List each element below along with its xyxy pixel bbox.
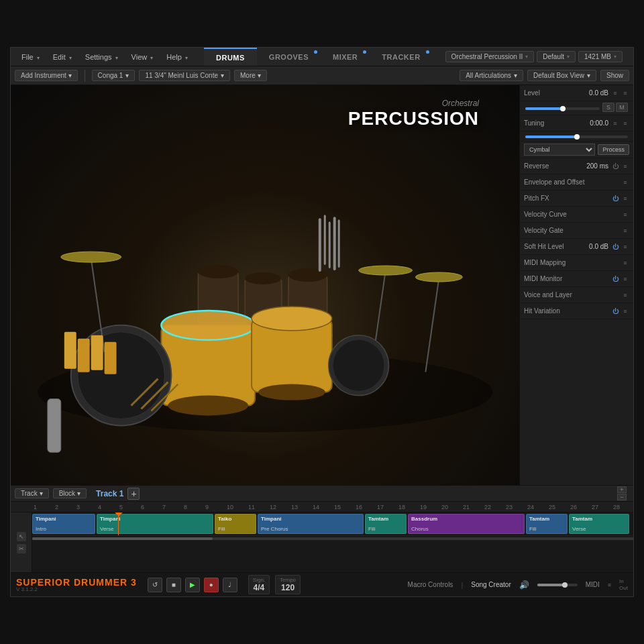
reverse-eq[interactable]: ≡	[621, 162, 629, 170]
ruler-13: 13	[290, 504, 311, 511]
vel-curve-eq[interactable]: ≡	[621, 211, 629, 219]
record-btn[interactable]: ●	[204, 578, 219, 592]
svg-point-16	[78, 332, 165, 419]
menu-bar: File ▾ Edit ▾ Settings ▾ View ▾ Help ▾ D…	[11, 48, 633, 66]
ruler-28: 28	[612, 504, 633, 511]
track-dropdown[interactable]: Track ▾	[15, 488, 49, 498]
envelope-eq[interactable]: ≡	[621, 178, 629, 186]
block-dropdown[interactable]: Block ▾	[53, 488, 87, 498]
reverse-power[interactable]: ⏻	[611, 162, 619, 170]
menu-settings[interactable]: Settings ▾	[80, 51, 123, 63]
velocity-curve-row: Velocity Curve ≡	[520, 207, 633, 223]
tuning-slider[interactable]	[525, 136, 628, 138]
signature-value[interactable]: 4/4	[253, 583, 265, 592]
ruler-12: 12	[268, 504, 290, 511]
tab-tracker[interactable]: TRACKER	[370, 48, 432, 66]
midi-eq[interactable]: ≡	[608, 582, 611, 588]
voice-eq[interactable]: ≡	[621, 291, 629, 299]
playhead[interactable]	[118, 513, 119, 535]
block-timpani-verse[interactable]: Timpani Verse	[97, 514, 213, 534]
add-track-button[interactable]: +	[127, 488, 140, 500]
block-taiko-fill[interactable]: Taiko Fill	[215, 514, 256, 534]
volume-slider[interactable]	[537, 584, 578, 586]
tuning-eq-icon[interactable]: ≡	[611, 119, 619, 127]
ruler-22: 22	[483, 504, 504, 511]
scissors-tool[interactable]: ✂	[17, 544, 26, 553]
track-timeline: Timpani Intro Timpani Verse Taiko Fill	[32, 513, 633, 572]
timeline-scrollbar[interactable]	[32, 537, 633, 540]
loop-btn[interactable]: ↺	[148, 578, 162, 592]
play-btn[interactable]: ▶	[185, 578, 200, 592]
process-button[interactable]: Process	[598, 144, 629, 155]
pitchfx-label: Pitch FX	[524, 195, 611, 202]
hit-var-power[interactable]: ⏻	[611, 307, 619, 315]
soft-hit-power[interactable]: ⏻	[611, 243, 619, 251]
metronome-btn[interactable]: ♩	[223, 578, 237, 592]
solo-btn[interactable]: S	[602, 103, 614, 112]
block-tamtam-fill1[interactable]: Tamtam Fill	[365, 514, 407, 534]
menu-edit[interactable]: Edit ▾	[48, 51, 77, 63]
view-dropdown[interactable]: Default Box View ▾	[527, 70, 596, 81]
menu-file[interactable]: File ▾	[16, 51, 45, 63]
block-bassdrum-chorus[interactable]: Bassdrum Chorus	[408, 514, 525, 534]
drum-kit-illustration	[11, 85, 519, 485]
vel-gate-eq[interactable]: ≡	[621, 227, 629, 235]
level-row: Level 0.0 dB ≡ ≡	[520, 85, 633, 101]
default-dropdown[interactable]: Default ▾	[537, 51, 576, 62]
level-slider[interactable]	[525, 107, 600, 110]
ruler-19: 19	[419, 504, 440, 511]
add-instrument-btn[interactable]: Add Instrument ▾	[15, 70, 78, 81]
soft-hit-value: 0.0 dB	[589, 243, 608, 250]
ruler-26: 26	[569, 504, 590, 511]
menu-view[interactable]: View ▾	[126, 51, 159, 63]
track-lanes: ↖ ✂ Timpani Intro	[11, 513, 633, 572]
select-tool[interactable]: ↖	[17, 532, 26, 541]
midi-mon-eq[interactable]: ≡	[621, 275, 629, 283]
tab-grooves[interactable]: GROOVES	[257, 48, 321, 66]
tuning-menu-icon[interactable]: ≡	[621, 119, 629, 127]
svg-point-18	[61, 252, 121, 262]
zoom-out-btn[interactable]: −	[617, 494, 627, 500]
instrument2-dropdown[interactable]: 11 3/4" Meinl Luis Conte ▾	[139, 70, 230, 81]
svg-rect-26	[333, 217, 336, 270]
block-tamtam-verse[interactable]: Tamtam Verse	[569, 514, 629, 534]
zoom-in-btn[interactable]: +	[617, 486, 627, 493]
midi-mapping-label: MIDI Mapping	[524, 259, 621, 266]
level-menu-icon[interactable]: ≡	[621, 89, 629, 97]
tab-mixer[interactable]: MIXER	[321, 48, 370, 66]
track-controls: ↖ ✂	[11, 513, 32, 572]
ruler-6: 6	[140, 504, 161, 511]
right-panel: Level 0.0 dB ≡ ≡ S	[519, 85, 633, 485]
articulations-dropdown[interactable]: All Articulations ▾	[460, 70, 523, 81]
pitchfx-eq[interactable]: ≡	[621, 195, 629, 203]
song-creator-btn[interactable]: Song Creator	[471, 581, 511, 588]
instrument1-dropdown[interactable]: Conga 1 ▾	[92, 70, 136, 81]
tab-drums[interactable]: DRUMS	[204, 48, 257, 66]
svg-point-22	[415, 272, 462, 282]
menu-help[interactable]: Help ▾	[161, 51, 193, 63]
velocity-gate-label: Velocity Gate	[524, 227, 621, 234]
volume-icon[interactable]: 🔊	[519, 580, 529, 590]
block-timpani-intro[interactable]: Timpani Intro	[32, 514, 95, 534]
velocity-gate-row: Velocity Gate ≡	[520, 223, 633, 239]
preset-dropdown[interactable]: Orchestral Percussion II ▾	[445, 51, 535, 62]
mute-btn[interactable]: M	[616, 103, 628, 112]
midi-mon-power[interactable]: ⏻	[611, 275, 619, 283]
scrollbar-thumb[interactable]	[32, 537, 213, 540]
tempo-value[interactable]: 120	[280, 583, 296, 592]
stop-btn[interactable]: ■	[166, 578, 181, 592]
hit-var-eq[interactable]: ≡	[621, 307, 629, 315]
show-btn[interactable]: Show	[600, 70, 629, 81]
tuning-label: Tuning	[524, 119, 590, 127]
cymbal-select[interactable]: Cymbal	[524, 144, 595, 156]
block-tamtam-fill2[interactable]: Tamtam Fill	[526, 514, 568, 534]
more-btn[interactable]: More ▾	[234, 70, 267, 81]
block-timpani-prechorus[interactable]: Timpani Pre Chorus	[258, 514, 364, 534]
macro-controls-btn[interactable]: Macro Controls	[408, 581, 453, 588]
envelope-label: Envelope and Offset	[524, 178, 621, 186]
pitchfx-power[interactable]: ⏻	[611, 195, 619, 203]
soft-hit-eq[interactable]: ≡	[621, 243, 629, 251]
midi-map-eq[interactable]: ≡	[621, 259, 629, 267]
level-eq-icon[interactable]: ≡	[611, 89, 619, 97]
ruler-15: 15	[333, 504, 354, 511]
